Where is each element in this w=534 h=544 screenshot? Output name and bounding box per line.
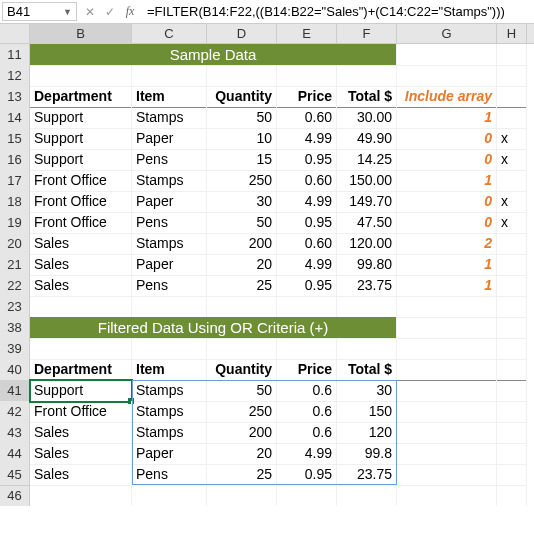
row-header[interactable]: 20	[0, 233, 30, 255]
row-header[interactable]: 44	[0, 443, 30, 465]
cell-qty[interactable]: 250	[207, 170, 277, 192]
cell-dept[interactable]: Sales	[30, 464, 132, 486]
cell-price[interactable]: 0.6	[277, 422, 337, 444]
col-header-e[interactable]: E	[277, 24, 337, 44]
row-header[interactable]: 22	[0, 275, 30, 297]
row-header[interactable]: 41	[0, 380, 30, 402]
col-header-b[interactable]: B	[30, 24, 132, 44]
col-qty[interactable]: Quantity	[207, 359, 277, 381]
cell-total[interactable]: 47.50	[337, 212, 397, 234]
row-header[interactable]: 43	[0, 422, 30, 444]
cell-qty[interactable]: 25	[207, 464, 277, 486]
cell-x[interactable]	[497, 107, 527, 129]
cell-qty[interactable]: 20	[207, 254, 277, 276]
cell-price[interactable]: 0.95	[277, 275, 337, 297]
row-header[interactable]: 11	[0, 44, 30, 66]
row-header[interactable]: 19	[0, 212, 30, 234]
cell-qty[interactable]: 30	[207, 191, 277, 213]
cell-include[interactable]: 0	[397, 212, 497, 234]
row-header[interactable]: 18	[0, 191, 30, 213]
row-header[interactable]: 17	[0, 170, 30, 192]
col-item[interactable]: Item	[132, 86, 207, 108]
cell-item[interactable]: Pens	[132, 149, 207, 171]
cell-price[interactable]: 4.99	[277, 191, 337, 213]
cell-total[interactable]: 49.90	[337, 128, 397, 150]
cell-x[interactable]	[497, 254, 527, 276]
cell-include[interactable]: 2	[397, 233, 497, 255]
cell-qty[interactable]: 50	[207, 212, 277, 234]
col-qty[interactable]: Quantity	[207, 86, 277, 108]
cell-dept[interactable]: Sales	[30, 422, 132, 444]
cell-total[interactable]: 14.25	[337, 149, 397, 171]
col-total[interactable]: Total $	[337, 359, 397, 381]
cell-total[interactable]: 99.8	[337, 443, 397, 465]
cell-include[interactable]: 1	[397, 170, 497, 192]
cell-include[interactable]: 0	[397, 128, 497, 150]
cell-item[interactable]: Stamps	[132, 107, 207, 129]
cell-total[interactable]: 150.00	[337, 170, 397, 192]
cell-include[interactable]: 1	[397, 275, 497, 297]
cell-total[interactable]: 30	[337, 380, 397, 402]
section-title[interactable]: Filtered Data Using OR Criteria (+)	[30, 317, 397, 339]
row-header[interactable]: 14	[0, 107, 30, 129]
cell-price[interactable]: 0.95	[277, 212, 337, 234]
formula-input[interactable]: =FILTER(B14:F22,((B14:B22="Sales")+(C14:…	[143, 3, 532, 20]
cell-x[interactable]: x	[497, 191, 527, 213]
cell-x[interactable]	[497, 233, 527, 255]
row-header[interactable]: 16	[0, 149, 30, 171]
col-header-c[interactable]: C	[132, 24, 207, 44]
cell-price[interactable]: 4.99	[277, 128, 337, 150]
row-header[interactable]: 40	[0, 359, 30, 381]
row-header[interactable]: 46	[0, 485, 30, 506]
cell-include[interactable]: 1	[397, 254, 497, 276]
cell-x[interactable]: x	[497, 149, 527, 171]
select-all-corner[interactable]	[0, 24, 30, 44]
cell-item[interactable]: Pens	[132, 275, 207, 297]
col-total[interactable]: Total $	[337, 86, 397, 108]
cell-item[interactable]: Stamps	[132, 170, 207, 192]
cell-total[interactable]: 149.70	[337, 191, 397, 213]
cell-total[interactable]: 30.00	[337, 107, 397, 129]
cell-total[interactable]: 120	[337, 422, 397, 444]
cell-item[interactable]: Stamps	[132, 401, 207, 423]
cell-item[interactable]: Stamps	[132, 233, 207, 255]
section-title[interactable]: Sample Data	[30, 44, 397, 66]
cell-total[interactable]: 23.75	[337, 275, 397, 297]
cell-include[interactable]: 1	[397, 107, 497, 129]
cell-item[interactable]: Pens	[132, 212, 207, 234]
cell-dept[interactable]: Front Office	[30, 212, 132, 234]
col-dept[interactable]: Department	[30, 359, 132, 381]
row-header[interactable]: 39	[0, 338, 30, 360]
col-price[interactable]: Price	[277, 86, 337, 108]
fx-icon[interactable]: fx	[123, 4, 137, 19]
col-header-h[interactable]: H	[497, 24, 527, 44]
cell-x[interactable]: x	[497, 128, 527, 150]
cell-price[interactable]: 4.99	[277, 443, 337, 465]
cell-qty[interactable]: 250	[207, 401, 277, 423]
cell-qty[interactable]: 25	[207, 275, 277, 297]
row-header[interactable]: 15	[0, 128, 30, 150]
cell-total[interactable]: 120.00	[337, 233, 397, 255]
cell-dept[interactable]: Support	[30, 107, 132, 129]
name-box-dropdown-icon[interactable]: ▼	[63, 7, 72, 17]
cell-item[interactable]: Stamps	[132, 422, 207, 444]
cell-item[interactable]: Paper	[132, 191, 207, 213]
row-header[interactable]: 45	[0, 464, 30, 486]
col-item[interactable]: Item	[132, 359, 207, 381]
cell-qty[interactable]: 10	[207, 128, 277, 150]
cell-price[interactable]: 0.60	[277, 233, 337, 255]
cell-qty[interactable]: 50	[207, 380, 277, 402]
row-header[interactable]: 13	[0, 86, 30, 108]
cell-total[interactable]: 23.75	[337, 464, 397, 486]
cell-dept[interactable]: Sales	[30, 275, 132, 297]
cell-x[interactable]	[497, 275, 527, 297]
cell-item[interactable]: Stamps	[132, 380, 207, 402]
cell-x[interactable]	[497, 170, 527, 192]
col-header-f[interactable]: F	[337, 24, 397, 44]
cell-total[interactable]: 99.80	[337, 254, 397, 276]
name-box[interactable]: B41 ▼	[2, 2, 77, 21]
cell-dept[interactable]: Sales	[30, 254, 132, 276]
row-header[interactable]: 38	[0, 317, 30, 339]
row-header[interactable]: 21	[0, 254, 30, 276]
cell-dept[interactable]: Support	[30, 149, 132, 171]
